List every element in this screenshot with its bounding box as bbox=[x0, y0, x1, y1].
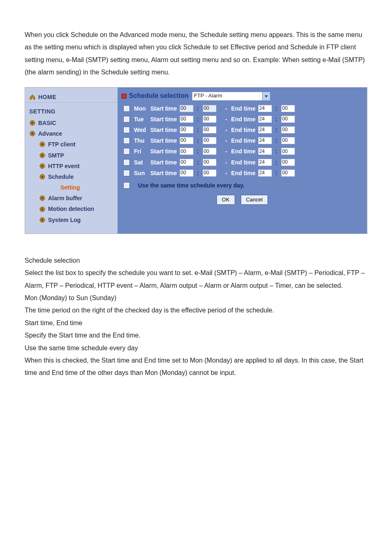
start-time-label: Start time bbox=[150, 126, 177, 134]
end-hour-input[interactable]: 24 bbox=[258, 126, 272, 134]
header-row: Schedule selection FTP - Alarm bbox=[122, 92, 363, 101]
end-min-input[interactable]: 00 bbox=[281, 169, 295, 177]
end-hour-input[interactable]: 24 bbox=[258, 137, 272, 144]
start-min-input[interactable]: 00 bbox=[203, 137, 217, 144]
end-min-input[interactable]: 00 bbox=[281, 137, 295, 144]
intro-paragraph: When you click Schedule on the Advanced … bbox=[25, 29, 367, 79]
day-label: Tue bbox=[134, 116, 150, 123]
start-min-input[interactable]: 00 bbox=[203, 105, 217, 112]
play-icon bbox=[29, 120, 36, 126]
nav-basic[interactable]: BASIC bbox=[25, 118, 118, 128]
day-label: Wed bbox=[134, 126, 150, 134]
day-row: MonStart time00:00-End time24:00 bbox=[122, 103, 363, 114]
desc-text: Specify the Start time and the End time. bbox=[25, 329, 367, 342]
play-icon bbox=[39, 195, 46, 201]
end-hour-input[interactable]: 24 bbox=[258, 105, 272, 112]
start-hour-input[interactable]: 00 bbox=[180, 159, 194, 166]
nav-motion-detection[interactable]: Motion detection bbox=[25, 204, 118, 214]
end-min-input[interactable]: 00 bbox=[281, 116, 295, 123]
day-checkbox[interactable] bbox=[123, 127, 130, 133]
start-min-input[interactable]: 00 bbox=[203, 169, 217, 177]
nav-ftp-client[interactable]: FTP client bbox=[25, 139, 118, 150]
start-hour-input[interactable]: 00 bbox=[180, 137, 194, 144]
start-hour-input[interactable]: 00 bbox=[180, 148, 194, 155]
end-min-input[interactable]: 00 bbox=[281, 159, 295, 166]
nav-schedule-setting-label: Setting bbox=[60, 184, 80, 191]
start-time-label: Start time bbox=[150, 159, 177, 166]
start-time-label: Start time bbox=[150, 169, 177, 177]
schedule-select[interactable]: FTP - Alarm bbox=[192, 92, 270, 101]
end-min-input[interactable]: 00 bbox=[281, 126, 295, 134]
nav-smtp-label: SMTP bbox=[48, 152, 64, 159]
dash: - bbox=[224, 148, 229, 155]
colon: : bbox=[274, 159, 279, 166]
nav-schedule-setting[interactable]: Setting bbox=[25, 182, 118, 193]
nav-alarm-label: Alarm buffer bbox=[48, 194, 82, 202]
nav-schedule[interactable]: Schedule bbox=[25, 171, 118, 182]
day-row: ThuStart time00:00-End time24:00 bbox=[122, 135, 363, 146]
day-row: TueStart time00:00-End time24:00 bbox=[122, 114, 363, 125]
start-time-label: Start time bbox=[150, 148, 177, 155]
day-checkbox[interactable] bbox=[123, 170, 130, 176]
play-icon bbox=[39, 206, 46, 213]
use-same-checkbox[interactable] bbox=[123, 182, 130, 189]
home-icon bbox=[29, 94, 36, 100]
nav-syslog-label: System Log bbox=[48, 216, 81, 224]
start-hour-input[interactable]: 00 bbox=[180, 105, 194, 112]
end-hour-input[interactable]: 24 bbox=[258, 169, 272, 177]
start-hour-input[interactable]: 00 bbox=[180, 126, 194, 134]
start-hour-input[interactable]: 00 bbox=[180, 169, 194, 177]
day-checkbox[interactable] bbox=[123, 159, 130, 166]
start-min-input[interactable]: 00 bbox=[203, 116, 217, 123]
end-time-label: End time bbox=[231, 159, 256, 166]
colon: : bbox=[196, 159, 200, 166]
desc-heading: Use the same time schedule every day bbox=[25, 342, 367, 354]
nav-advance-label: Advance bbox=[38, 130, 62, 137]
colon: : bbox=[274, 148, 279, 155]
nav-alarm-buffer[interactable]: Alarm buffer bbox=[25, 193, 118, 204]
colon: : bbox=[274, 105, 279, 112]
chevron-down-icon bbox=[39, 173, 46, 180]
colon: : bbox=[274, 116, 279, 123]
day-label: Sun bbox=[134, 169, 150, 177]
description-section: Schedule selection Select the list box t… bbox=[25, 254, 367, 379]
day-checkbox[interactable] bbox=[123, 148, 130, 155]
nav-http-label: HTTP event bbox=[48, 162, 80, 170]
nav-basic-label: BASIC bbox=[38, 119, 56, 127]
ok-button[interactable]: OK bbox=[217, 195, 235, 205]
nav-advance[interactable]: Advance bbox=[25, 128, 118, 139]
dash: - bbox=[224, 105, 229, 112]
start-min-input[interactable]: 00 bbox=[203, 148, 217, 155]
day-checkbox[interactable] bbox=[123, 116, 130, 123]
desc-text: The time period on the right of the chec… bbox=[25, 304, 367, 317]
colon: : bbox=[196, 126, 200, 134]
start-min-input[interactable]: 00 bbox=[203, 126, 217, 134]
day-label: Mon bbox=[134, 105, 150, 112]
nav-motion-label: Motion detection bbox=[48, 205, 94, 213]
desc-text: Select the list box to specify the sched… bbox=[25, 267, 367, 292]
play-icon bbox=[39, 141, 46, 148]
dash: - bbox=[224, 116, 229, 123]
nav-smtp[interactable]: SMTP bbox=[25, 150, 118, 161]
day-checkbox[interactable] bbox=[123, 137, 130, 144]
start-min-input[interactable]: 00 bbox=[203, 159, 217, 166]
end-min-input[interactable]: 00 bbox=[281, 148, 295, 155]
nav-home[interactable]: HOME bbox=[25, 92, 118, 103]
bullet-icon bbox=[122, 94, 127, 99]
nav-http-event[interactable]: HTTP event bbox=[25, 161, 118, 171]
end-min-input[interactable]: 00 bbox=[281, 105, 295, 112]
cancel-button[interactable]: Cancel bbox=[241, 195, 268, 205]
nav-system-log[interactable]: System Log bbox=[25, 215, 118, 225]
end-time-label: End time bbox=[231, 148, 256, 155]
colon: : bbox=[196, 148, 200, 155]
desc-text: When this is checked, the Start time and… bbox=[25, 354, 367, 379]
end-hour-input[interactable]: 24 bbox=[258, 148, 272, 155]
day-row: WedStart time00:00-End time24:00 bbox=[122, 125, 363, 135]
colon: : bbox=[196, 116, 200, 123]
end-hour-input[interactable]: 24 bbox=[258, 159, 272, 166]
play-icon bbox=[39, 152, 46, 159]
start-hour-input[interactable]: 00 bbox=[180, 116, 194, 123]
end-hour-input[interactable]: 24 bbox=[258, 116, 272, 123]
day-checkbox[interactable] bbox=[123, 105, 130, 112]
section-setting: SETTING bbox=[25, 106, 118, 118]
